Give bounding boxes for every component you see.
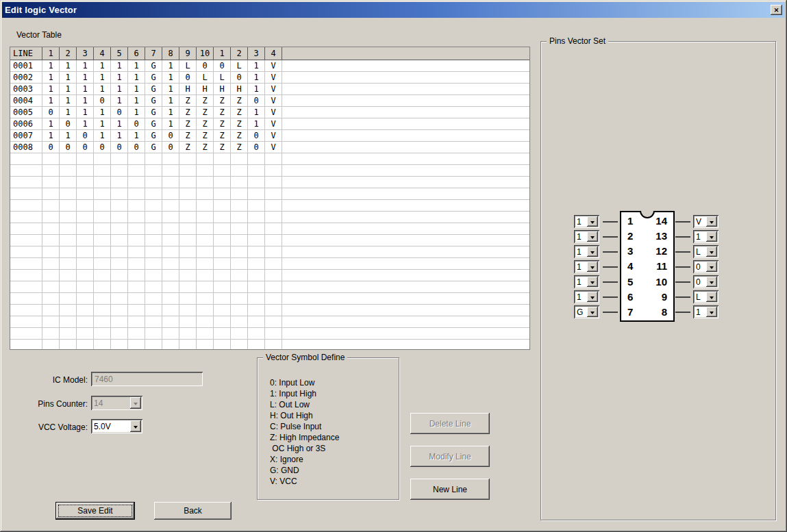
table-row[interactable]: 0006101110G1ZZZZ1V (10, 118, 529, 130)
ic-model-field[interactable] (91, 372, 203, 386)
vector-cell: 1 (60, 95, 77, 107)
modify-line-button[interactable]: Modify Line (410, 446, 490, 467)
vector-cell (197, 340, 214, 350)
save-edit-button[interactable]: Save Edit (55, 502, 135, 520)
symbol-define-line: X: Ignore (270, 454, 339, 465)
vector-cell (162, 246, 179, 258)
pin-value: 1 (693, 232, 706, 242)
vector-cell (42, 258, 60, 270)
chip-pin-number: 9 (655, 291, 667, 303)
line-number-cell (10, 223, 42, 235)
vector-cell (197, 281, 214, 293)
pin-dropdown-button[interactable] (706, 231, 717, 242)
vector-cell (248, 212, 265, 223)
vector-cell (111, 165, 128, 177)
pin-right-10-select[interactable]: 0 (693, 275, 719, 288)
vector-cell (60, 200, 77, 212)
vector-cell: 1 (128, 60, 145, 72)
table-row[interactable]: 0008000000G0ZZZZ0V (10, 142, 529, 153)
pin-dropdown-button[interactable] (706, 262, 717, 272)
vector-cell (265, 316, 282, 328)
pin-left-1-select[interactable]: 1 (574, 215, 599, 228)
close-button[interactable]: ✕ (771, 5, 782, 15)
new-line-button[interactable]: New Line (410, 479, 490, 500)
pin-left-2-select[interactable]: 1 (574, 230, 599, 243)
vector-cell: 0 (248, 95, 265, 107)
pin-right-14-select[interactable]: V (693, 215, 719, 228)
vector-cell: 1 (248, 84, 265, 95)
pin-right-12-select[interactable]: L (693, 245, 719, 258)
back-button[interactable]: Back (154, 502, 232, 520)
pin-dropdown-button[interactable] (706, 292, 717, 302)
vector-cell (197, 177, 214, 188)
pin-dropdown-button[interactable] (706, 216, 717, 227)
vcc-voltage-dropdown-button[interactable] (130, 420, 141, 432)
pin-dropdown-button[interactable] (587, 231, 598, 242)
pin-dropdown-button[interactable] (706, 307, 717, 317)
table-row (10, 235, 529, 246)
pin-dropdown-button[interactable] (587, 246, 598, 257)
pin-left-4-select[interactable]: 1 (574, 260, 599, 273)
pin-dropdown-button[interactable] (587, 307, 598, 317)
table-row[interactable]: 0001111111G1L00L1V (10, 60, 529, 72)
row-filler (282, 281, 529, 293)
pin-right-8-select[interactable]: 1 (693, 305, 719, 318)
vector-cell (179, 177, 197, 188)
pin-left-5-select[interactable]: 1 (574, 275, 599, 288)
pin-dropdown-button[interactable] (587, 216, 598, 227)
line-number-cell (10, 340, 42, 350)
pin-right-13-select[interactable]: 1 (693, 230, 719, 243)
pin-left-7-select[interactable]: G (574, 305, 599, 318)
chip-left-pin-numbers: 1234567 (627, 215, 633, 318)
vector-cell (42, 246, 60, 258)
pin-dropdown-button[interactable] (706, 246, 717, 257)
vector-cell (94, 305, 111, 316)
vector-cell (162, 235, 179, 246)
pin-lead-line (675, 281, 690, 283)
vector-cell: Z (214, 118, 231, 130)
vector-cell (94, 200, 111, 212)
vector-cell (197, 246, 214, 258)
vector-cell (179, 153, 197, 165)
vector-cell (128, 281, 145, 293)
edit-logic-vector-dialog: Edit logic Vector ✕ Vector Table LINE123… (0, 0, 787, 532)
vector-cell (214, 153, 231, 165)
pin-left-3-select[interactable]: 1 (574, 245, 599, 258)
pin-left-6-select[interactable]: 1 (574, 290, 599, 303)
vector-cell: L (197, 72, 214, 84)
line-number-cell (10, 316, 42, 328)
pin-dropdown-button[interactable] (587, 292, 598, 302)
table-row (10, 223, 529, 235)
table-row[interactable]: 0005011101G1ZZZZ1V (10, 107, 529, 118)
pin-lead-line (603, 266, 618, 268)
vector-cell (60, 270, 77, 281)
vector-cell: 1 (94, 118, 111, 130)
vcc-voltage-select[interactable]: 5.0V (91, 419, 142, 433)
vector-table[interactable]: LINE123456789101234 0001111111G1L00L1V00… (10, 47, 530, 350)
table-row[interactable]: 0007110111G0ZZZZ0V (10, 130, 529, 142)
table-row[interactable]: 0002111111G10LL01V (10, 72, 529, 84)
pin-value: 1 (574, 262, 587, 272)
pin-dropdown-button[interactable] (587, 262, 598, 272)
pin-right-9-select[interactable]: L (693, 290, 719, 303)
table-row[interactable]: 0004111011G1ZZZZ0V (10, 95, 529, 107)
chip-pin-number: 6 (627, 291, 633, 303)
pin-dropdown-button[interactable] (706, 277, 717, 287)
header-cell: 7 (145, 47, 162, 60)
symbol-define-line: OC High or 3S (270, 443, 339, 454)
pin-dropdown-button[interactable] (587, 277, 598, 287)
vector-cell (162, 200, 179, 212)
pin-right-11-select[interactable]: 0 (693, 260, 719, 273)
vector-cell (162, 212, 179, 223)
vector-cell: 1 (42, 72, 60, 84)
vector-cell (60, 223, 77, 235)
delete-line-button[interactable]: Delete Line (410, 413, 490, 434)
table-row (10, 246, 529, 258)
vector-cell (179, 188, 197, 200)
row-filler (282, 60, 529, 72)
vector-cell: 0 (60, 142, 77, 153)
vector-cell (42, 212, 60, 223)
vector-cell: 1 (128, 130, 145, 142)
table-row[interactable]: 0003111111G1HHHH1V (10, 84, 529, 95)
vector-cell: V (265, 107, 282, 118)
